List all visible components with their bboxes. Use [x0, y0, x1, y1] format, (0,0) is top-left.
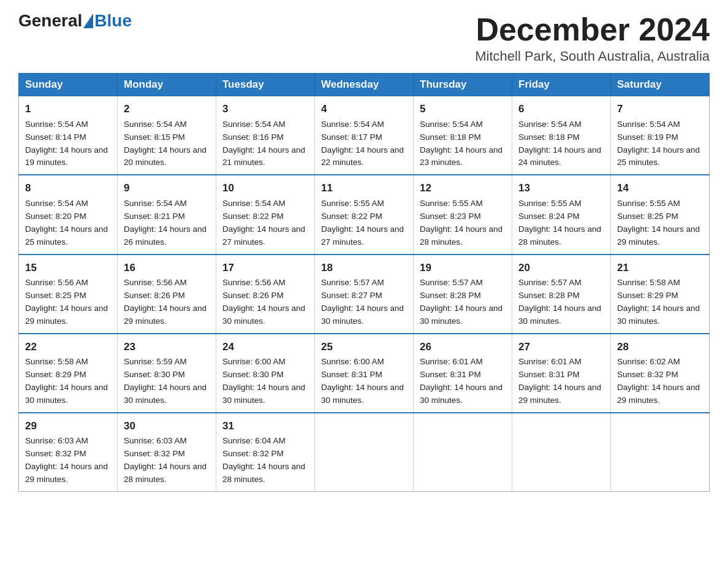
- day-info: Sunrise: 5:55 AMSunset: 8:23 PMDaylight:…: [420, 197, 506, 249]
- calendar-week-4: 22Sunrise: 5:58 AMSunset: 8:29 PMDayligh…: [19, 334, 710, 413]
- day-info: Sunrise: 5:55 AMSunset: 8:24 PMDaylight:…: [518, 197, 604, 249]
- calendar-week-5: 29Sunrise: 6:03 AMSunset: 8:32 PMDayligh…: [19, 413, 710, 492]
- logo: General Blue: [18, 12, 132, 29]
- day-number: 27: [518, 339, 604, 355]
- table-row: 7Sunrise: 5:54 AMSunset: 8:19 PMDaylight…: [611, 96, 710, 175]
- calendar-week-2: 8Sunrise: 5:54 AMSunset: 8:20 PMDaylight…: [19, 175, 710, 254]
- day-info: Sunrise: 6:01 AMSunset: 8:31 PMDaylight:…: [420, 356, 506, 407]
- day-info: Sunrise: 5:58 AMSunset: 8:29 PMDaylight:…: [25, 356, 111, 407]
- day-info: Sunrise: 5:54 AMSunset: 8:15 PMDaylight:…: [124, 118, 210, 170]
- day-info: Sunrise: 5:54 AMSunset: 8:22 PMDaylight:…: [222, 197, 308, 249]
- day-info: Sunrise: 5:54 AMSunset: 8:21 PMDaylight:…: [124, 197, 210, 249]
- table-row: 18Sunrise: 5:57 AMSunset: 8:27 PMDayligh…: [315, 255, 414, 334]
- day-number: 18: [321, 260, 407, 276]
- header-friday: Friday: [512, 74, 611, 96]
- table-row: 11Sunrise: 5:55 AMSunset: 8:22 PMDayligh…: [315, 175, 414, 254]
- day-info: Sunrise: 5:56 AMSunset: 8:25 PMDaylight:…: [25, 277, 111, 328]
- day-info: Sunrise: 6:02 AMSunset: 8:32 PMDaylight:…: [617, 356, 703, 407]
- title-area: December 2024 Mitchell Park, South Austr…: [475, 12, 710, 64]
- day-number: 4: [321, 101, 407, 117]
- day-number: 31: [222, 418, 308, 434]
- day-info: Sunrise: 6:03 AMSunset: 8:32 PMDaylight:…: [25, 435, 111, 486]
- day-info: Sunrise: 5:54 AMSunset: 8:18 PMDaylight:…: [420, 118, 506, 170]
- table-row: 5Sunrise: 5:54 AMSunset: 8:18 PMDaylight…: [414, 96, 512, 175]
- table-row: 10Sunrise: 5:54 AMSunset: 8:22 PMDayligh…: [216, 175, 315, 254]
- table-row: 16Sunrise: 5:56 AMSunset: 8:26 PMDayligh…: [118, 255, 216, 334]
- day-info: Sunrise: 5:55 AMSunset: 8:25 PMDaylight:…: [617, 197, 703, 249]
- day-number: 11: [321, 180, 407, 196]
- table-row: 15Sunrise: 5:56 AMSunset: 8:25 PMDayligh…: [19, 255, 118, 334]
- calendar-week-3: 15Sunrise: 5:56 AMSunset: 8:25 PMDayligh…: [19, 255, 710, 334]
- day-number: 14: [617, 180, 703, 196]
- day-info: Sunrise: 5:54 AMSunset: 8:20 PMDaylight:…: [25, 197, 111, 249]
- logo-blue-text: Blue: [94, 12, 132, 29]
- day-number: 8: [25, 180, 111, 196]
- logo-triangle-icon: [83, 13, 93, 28]
- table-row: 17Sunrise: 5:56 AMSunset: 8:26 PMDayligh…: [216, 255, 315, 334]
- day-number: 9: [124, 180, 210, 196]
- day-number: 3: [222, 101, 308, 117]
- day-info: Sunrise: 5:54 AMSunset: 8:18 PMDaylight:…: [518, 118, 604, 170]
- table-row: 20Sunrise: 5:57 AMSunset: 8:28 PMDayligh…: [512, 255, 611, 334]
- day-number: 10: [222, 180, 308, 196]
- table-row: 27Sunrise: 6:01 AMSunset: 8:31 PMDayligh…: [512, 334, 611, 413]
- day-number: 17: [222, 260, 308, 276]
- day-number: 25: [321, 339, 407, 355]
- table-row: 19Sunrise: 5:57 AMSunset: 8:28 PMDayligh…: [414, 255, 512, 334]
- day-info: Sunrise: 5:54 AMSunset: 8:19 PMDaylight:…: [617, 118, 703, 170]
- table-row: 14Sunrise: 5:55 AMSunset: 8:25 PMDayligh…: [611, 175, 710, 254]
- day-info: Sunrise: 5:56 AMSunset: 8:26 PMDaylight:…: [222, 277, 308, 328]
- table-row: 31Sunrise: 6:04 AMSunset: 8:32 PMDayligh…: [216, 413, 315, 492]
- day-info: Sunrise: 6:00 AMSunset: 8:30 PMDaylight:…: [222, 356, 308, 407]
- day-info: Sunrise: 5:55 AMSunset: 8:22 PMDaylight:…: [321, 197, 407, 249]
- day-number: 29: [25, 418, 111, 434]
- day-number: 30: [124, 418, 210, 434]
- table-row: 23Sunrise: 5:59 AMSunset: 8:30 PMDayligh…: [118, 334, 216, 413]
- table-row: 22Sunrise: 5:58 AMSunset: 8:29 PMDayligh…: [19, 334, 118, 413]
- location-subtitle: Mitchell Park, South Australia, Australi…: [475, 48, 710, 64]
- day-number: 19: [420, 260, 506, 276]
- table-row: 24Sunrise: 6:00 AMSunset: 8:30 PMDayligh…: [216, 334, 315, 413]
- day-info: Sunrise: 6:04 AMSunset: 8:32 PMDaylight:…: [222, 435, 308, 486]
- header-wednesday: Wednesday: [315, 74, 414, 96]
- day-number: 12: [420, 180, 506, 196]
- day-number: 22: [25, 339, 111, 355]
- table-row: 2Sunrise: 5:54 AMSunset: 8:15 PMDaylight…: [118, 96, 216, 175]
- day-number: 23: [124, 339, 210, 355]
- table-row: 1Sunrise: 5:54 AMSunset: 8:14 PMDaylight…: [19, 96, 118, 175]
- day-info: Sunrise: 6:00 AMSunset: 8:31 PMDaylight:…: [321, 356, 407, 407]
- day-info: Sunrise: 5:57 AMSunset: 8:27 PMDaylight:…: [321, 277, 407, 328]
- day-number: 15: [25, 260, 111, 276]
- table-row: 12Sunrise: 5:55 AMSunset: 8:23 PMDayligh…: [414, 175, 512, 254]
- day-info: Sunrise: 6:01 AMSunset: 8:31 PMDaylight:…: [518, 356, 604, 407]
- day-number: 24: [222, 339, 308, 355]
- day-info: Sunrise: 5:58 AMSunset: 8:29 PMDaylight:…: [617, 277, 703, 328]
- day-number: 16: [124, 260, 210, 276]
- table-row: 6Sunrise: 5:54 AMSunset: 8:18 PMDaylight…: [512, 96, 611, 175]
- day-number: 13: [518, 180, 604, 196]
- month-title: December 2024: [475, 12, 710, 47]
- day-info: Sunrise: 5:54 AMSunset: 8:16 PMDaylight:…: [222, 118, 308, 170]
- table-row: 25Sunrise: 6:00 AMSunset: 8:31 PMDayligh…: [315, 334, 414, 413]
- calendar-table: Sunday Monday Tuesday Wednesday Thursday…: [18, 73, 710, 492]
- header-saturday: Saturday: [611, 74, 710, 96]
- table-row: 26Sunrise: 6:01 AMSunset: 8:31 PMDayligh…: [414, 334, 512, 413]
- day-info: Sunrise: 5:56 AMSunset: 8:26 PMDaylight:…: [124, 277, 210, 328]
- day-number: 2: [124, 101, 210, 117]
- day-number: 20: [518, 260, 604, 276]
- day-info: Sunrise: 5:54 AMSunset: 8:17 PMDaylight:…: [321, 118, 407, 170]
- table-row: 21Sunrise: 5:58 AMSunset: 8:29 PMDayligh…: [611, 255, 710, 334]
- table-row: 28Sunrise: 6:02 AMSunset: 8:32 PMDayligh…: [611, 334, 710, 413]
- day-info: Sunrise: 5:57 AMSunset: 8:28 PMDaylight:…: [518, 277, 604, 328]
- day-number: 5: [420, 101, 506, 117]
- day-number: 26: [420, 339, 506, 355]
- table-row: [611, 413, 710, 492]
- table-row: [315, 413, 414, 492]
- day-info: Sunrise: 5:59 AMSunset: 8:30 PMDaylight:…: [124, 356, 210, 407]
- table-row: [414, 413, 512, 492]
- table-row: 4Sunrise: 5:54 AMSunset: 8:17 PMDaylight…: [315, 96, 414, 175]
- table-row: [512, 413, 611, 492]
- day-number: 28: [617, 339, 703, 355]
- calendar-week-1: 1Sunrise: 5:54 AMSunset: 8:14 PMDaylight…: [19, 96, 710, 175]
- calendar-header-row: Sunday Monday Tuesday Wednesday Thursday…: [19, 74, 710, 96]
